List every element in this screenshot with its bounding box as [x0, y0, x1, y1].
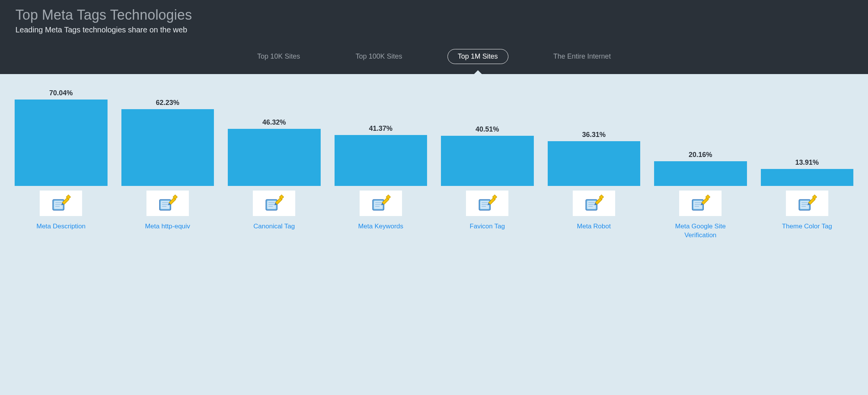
bar-value-label: 20.16% [689, 151, 712, 159]
bar[interactable] [654, 161, 747, 186]
category-col: Theme Color Tag [754, 191, 861, 240]
bar-value-label: 36.31% [582, 131, 606, 139]
bar[interactable] [121, 109, 214, 186]
category-col: Meta Keywords [328, 191, 434, 240]
tab-scope[interactable]: Top 100K Sites [345, 49, 412, 64]
tab-scope[interactable]: The Entire Internet [543, 49, 621, 64]
category-icon-card[interactable] [40, 191, 82, 216]
meta-tag-icon [477, 193, 497, 213]
scope-tabs: Top 10K SitesTop 100K SitesTop 1M SitesT… [15, 34, 853, 74]
meta-tag-icon [584, 193, 604, 213]
tab-scope[interactable]: Top 10K Sites [247, 49, 310, 64]
category-icon-card[interactable] [360, 191, 402, 216]
meta-tag-icon [51, 193, 71, 213]
category-col: Canonical Tag [221, 191, 328, 240]
bar-value-label: 46.32% [262, 118, 286, 127]
page-header: Top Meta Tags Technologies Leading Meta … [0, 0, 868, 74]
category-link[interactable]: Meta Keywords [358, 222, 403, 231]
bar[interactable] [335, 135, 427, 186]
bar[interactable] [228, 129, 321, 186]
bar-col: 70.04% [8, 89, 114, 186]
bar-value-label: 70.04% [49, 89, 73, 97]
meta-tag-icon [264, 193, 284, 213]
category-icon-card[interactable] [146, 191, 189, 216]
category-icon-card[interactable] [466, 191, 508, 216]
bar-col: 40.51% [434, 125, 541, 186]
meta-tag-icon [690, 193, 710, 213]
bar-value-label: 13.91% [795, 159, 819, 167]
bar-col: 13.91% [754, 159, 861, 186]
bar-col: 46.32% [221, 118, 328, 186]
category-col: Meta Description [8, 191, 114, 240]
category-link[interactable]: Meta Google Site Verification [670, 222, 731, 240]
category-col: Meta Robot [541, 191, 648, 240]
bar-chart: 70.04%62.23%46.32%41.37%40.51%36.31%20.1… [0, 74, 868, 249]
bar[interactable] [761, 169, 854, 186]
bars-row: 70.04%62.23%46.32%41.37%40.51%36.31%20.1… [5, 83, 863, 186]
bar-col: 36.31% [541, 131, 648, 186]
bar[interactable] [15, 100, 108, 186]
bar[interactable] [441, 136, 534, 186]
category-icon-card[interactable] [786, 191, 828, 216]
meta-tag-icon [797, 193, 817, 213]
category-link[interactable]: Theme Color Tag [782, 222, 832, 231]
page-subtitle: Leading Meta Tags technologies share on … [15, 25, 853, 34]
category-link[interactable]: Meta Robot [577, 222, 611, 231]
category-icon-card[interactable] [573, 191, 615, 216]
meta-tag-icon [371, 193, 391, 213]
bar-col: 20.16% [647, 151, 754, 186]
bar-col: 62.23% [114, 99, 221, 186]
category-icon-card[interactable] [679, 191, 722, 216]
category-col: Meta http-equiv [114, 191, 221, 240]
tab-scope[interactable]: Top 1M Sites [447, 49, 508, 64]
bar-col: 41.37% [328, 125, 434, 186]
bar-value-label: 41.37% [369, 125, 392, 133]
category-link[interactable]: Meta http-equiv [145, 222, 190, 231]
bar-value-label: 62.23% [156, 99, 179, 107]
category-icon-card[interactable] [253, 191, 295, 216]
category-link[interactable]: Favicon Tag [470, 222, 505, 231]
category-col: Meta Google Site Verification [647, 191, 754, 240]
bar-value-label: 40.51% [476, 125, 499, 133]
category-link[interactable]: Meta Description [36, 222, 86, 231]
category-link[interactable]: Canonical Tag [254, 222, 295, 231]
bar[interactable] [548, 141, 641, 186]
meta-tag-icon [158, 193, 178, 213]
page-title: Top Meta Tags Technologies [15, 7, 853, 23]
labels-row: Meta DescriptionMeta http-equivCanonical… [5, 186, 863, 240]
category-col: Favicon Tag [434, 191, 541, 240]
